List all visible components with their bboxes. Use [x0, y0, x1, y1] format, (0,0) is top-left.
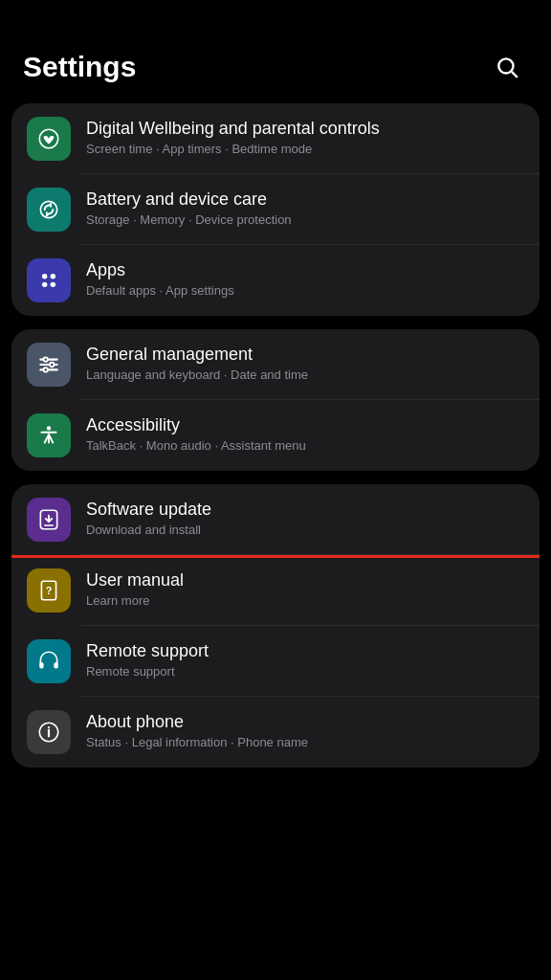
card-general: Digital Wellbeing and parental controls …: [11, 103, 540, 316]
user-manual-icon-wrapper: ?: [27, 568, 71, 612]
battery-device-care-title: Battery and device care: [86, 189, 524, 210]
sidebar-item-software-update[interactable]: Software update Download and install: [11, 484, 540, 555]
svg-point-0: [498, 58, 513, 73]
svg-point-4: [42, 274, 47, 278]
card-management: General management Language and keyboard…: [11, 329, 540, 471]
page-title: Settings: [23, 51, 136, 83]
about-phone-icon-wrapper: [27, 710, 71, 754]
svg-point-11: [44, 357, 48, 361]
svg-text:?: ?: [46, 585, 53, 596]
remote-support-icon-wrapper: [27, 639, 71, 683]
remote-support-title: Remote support: [86, 641, 524, 661]
svg-point-2: [39, 129, 58, 148]
headset-icon: [36, 649, 61, 674]
settings-list: Digital Wellbeing and parental controls …: [0, 103, 551, 768]
accessibility-subtitle: TalkBack · Mono audio · Assistant menu: [86, 437, 524, 455]
sidebar-item-remote-support[interactable]: Remote support Remote support: [11, 626, 540, 697]
user-manual-title: User manual: [86, 570, 524, 590]
svg-point-7: [51, 282, 55, 287]
svg-point-13: [44, 368, 48, 371]
software-update-subtitle: Download and install: [86, 522, 524, 539]
svg-rect-20: [54, 662, 57, 669]
battery-refresh-icon: [36, 197, 61, 222]
digital-wellbeing-title: Digital Wellbeing and parental controls: [86, 119, 524, 139]
about-phone-text: About phone Status · Legal information ·…: [86, 712, 524, 751]
sidebar-item-battery-device-care[interactable]: Battery and device care Storage · Memory…: [11, 174, 540, 245]
battery-device-care-subtitle: Storage · Memory · Device protection: [86, 212, 524, 229]
about-phone-subtitle: Status · Legal information · Phone name: [86, 734, 524, 751]
general-mgmt-icon-wrapper: [27, 343, 71, 387]
svg-point-14: [47, 426, 51, 430]
sliders-icon: [36, 352, 61, 377]
svg-point-6: [42, 282, 47, 287]
remote-support-subtitle: Remote support: [86, 663, 524, 680]
accessibility-icon: [36, 423, 61, 448]
svg-point-23: [48, 726, 50, 728]
apps-icon-wrapper: [27, 258, 71, 302]
apps-title: Apps: [86, 260, 524, 280]
digital-wellbeing-icon-wrapper: [27, 117, 71, 161]
sidebar-item-general-management[interactable]: General management Language and keyboard…: [11, 329, 540, 400]
svg-line-1: [512, 72, 518, 78]
apps-grid-icon: [36, 268, 61, 293]
card-updates: Software update Download and install ? U…: [11, 484, 540, 768]
sidebar-item-about-phone[interactable]: About phone Status · Legal information ·…: [11, 697, 540, 768]
info-icon: [36, 720, 61, 745]
accessibility-icon-wrapper: [27, 413, 71, 457]
accessibility-text: Accessibility TalkBack · Mono audio · As…: [86, 415, 524, 455]
svg-point-3: [40, 201, 56, 217]
general-management-subtitle: Language and keyboard · Date and time: [86, 367, 524, 384]
software-update-icon: [36, 507, 61, 532]
software-update-icon-wrapper: [27, 498, 71, 542]
user-manual-subtitle: Learn more: [86, 592, 524, 610]
battery-device-care-text: Battery and device care Storage · Memory…: [86, 189, 524, 229]
about-phone-title: About phone: [86, 712, 524, 732]
svg-point-12: [50, 363, 54, 367]
heart-circle-icon: [36, 126, 61, 151]
sidebar-item-accessibility[interactable]: Accessibility TalkBack · Mono audio · As…: [11, 400, 540, 471]
search-icon: [495, 55, 519, 79]
general-management-title: General management: [86, 345, 524, 365]
apps-subtitle: Default apps · App settings: [86, 282, 524, 300]
digital-wellbeing-subtitle: Screen time · App timers · Bedtime mode: [86, 141, 524, 158]
book-icon: ?: [36, 578, 61, 603]
software-update-text: Software update Download and install: [86, 500, 524, 539]
accessibility-title: Accessibility: [86, 415, 524, 435]
svg-point-5: [51, 274, 55, 278]
user-manual-text: User manual Learn more: [86, 570, 524, 610]
sidebar-item-user-manual[interactable]: ? User manual Learn more: [11, 555, 540, 626]
sidebar-item-apps[interactable]: Apps Default apps · App settings: [11, 245, 540, 316]
software-update-title: Software update: [86, 500, 524, 520]
header: Settings: [0, 0, 551, 103]
battery-icon-wrapper: [27, 188, 71, 232]
apps-text: Apps Default apps · App settings: [86, 260, 524, 300]
sidebar-item-digital-wellbeing[interactable]: Digital Wellbeing and parental controls …: [11, 103, 540, 174]
general-management-text: General management Language and keyboard…: [86, 345, 524, 384]
svg-rect-19: [39, 662, 43, 669]
digital-wellbeing-text: Digital Wellbeing and parental controls …: [86, 119, 524, 158]
search-button[interactable]: [486, 46, 528, 88]
remote-support-text: Remote support Remote support: [86, 641, 524, 680]
